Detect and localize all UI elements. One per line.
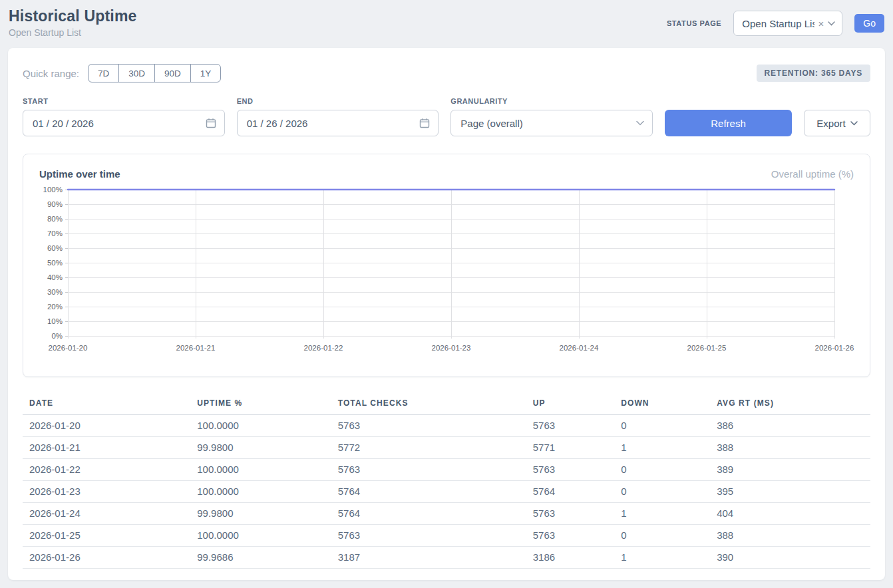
table-cell: 0 xyxy=(614,481,710,503)
export-button[interactable]: Export xyxy=(804,110,870,136)
end-label: END xyxy=(237,97,439,105)
chart-legend: Overall uptime (%) xyxy=(771,168,854,180)
retention-badge: RETENTION: 365 DAYS xyxy=(757,65,870,82)
status-page-label: STATUS PAGE xyxy=(667,19,721,27)
column-header: AVG RT (MS) xyxy=(710,393,870,415)
chart-title: Uptime over time xyxy=(39,168,120,180)
granularity-field: GRANULARITY Page (overall) xyxy=(450,97,653,136)
go-button[interactable]: Go xyxy=(854,14,884,33)
quick-range-30d[interactable]: 30D xyxy=(118,64,155,82)
table-cell: 5763 xyxy=(526,459,614,481)
table-cell: 1 xyxy=(614,437,710,459)
table-cell: 5763 xyxy=(331,525,526,547)
table-cell: 389 xyxy=(710,459,870,481)
uptime-table: DATEUPTIME %TOTAL CHECKSUPDOWNAVG RT (MS… xyxy=(23,393,870,569)
granularity-selected-value: Page (overall) xyxy=(460,118,522,129)
table-cell: 2026-01-26 xyxy=(23,547,190,569)
table-cell: 386 xyxy=(710,415,870,437)
svg-text:2026-01-24: 2026-01-24 xyxy=(560,344,599,352)
status-page-select[interactable]: Open Startup List × xyxy=(733,11,842,36)
svg-text:2026-01-21: 2026-01-21 xyxy=(176,344,216,352)
column-header: DATE xyxy=(23,393,190,415)
filters-row: START 01 / 20 / 2026 END 01 / 26 / 2026 … xyxy=(23,97,870,136)
start-date-input[interactable]: 01 / 20 / 2026 xyxy=(23,110,225,136)
title-block: Historical Uptime Open Startup List xyxy=(9,7,137,38)
svg-text:2026-01-26: 2026-01-26 xyxy=(815,344,854,352)
table-cell: 5763 xyxy=(526,415,614,437)
chart-header: Uptime over time Overall uptime (%) xyxy=(39,168,854,180)
table-cell: 5764 xyxy=(331,481,526,503)
quick-range-group: 7D30D90D1Y xyxy=(88,64,221,82)
table-row: 2026-01-2199.9800577257711388 xyxy=(23,437,870,459)
svg-text:2026-01-20: 2026-01-20 xyxy=(49,344,88,352)
column-header: DOWN xyxy=(614,393,710,415)
table-cell: 5763 xyxy=(526,525,614,547)
table-row: 2026-01-22100.0000576357630389 xyxy=(23,459,870,481)
main-panel: Quick range: 7D30D90D1Y RETENTION: 365 D… xyxy=(8,48,885,580)
table-row: 2026-01-23100.0000576457640395 xyxy=(23,481,870,503)
table-cell: 5771 xyxy=(526,437,614,459)
table-cell: 2026-01-23 xyxy=(23,481,190,503)
table-cell: 1 xyxy=(614,503,710,525)
svg-text:50%: 50% xyxy=(47,259,63,267)
refresh-button[interactable]: Refresh xyxy=(665,110,792,136)
table-cell: 1 xyxy=(614,547,710,569)
svg-text:60%: 60% xyxy=(47,244,63,252)
column-header: UP xyxy=(526,393,614,415)
column-header: TOTAL CHECKS xyxy=(331,393,526,415)
table-cell: 2026-01-25 xyxy=(23,525,190,547)
quick-range-row: Quick range: 7D30D90D1Y RETENTION: 365 D… xyxy=(23,64,870,82)
table-cell: 100.0000 xyxy=(190,415,331,437)
start-label: START xyxy=(23,97,225,105)
table-cell: 2026-01-24 xyxy=(23,503,190,525)
clear-selection-icon[interactable]: × xyxy=(818,19,824,29)
table-cell: 0 xyxy=(614,459,710,481)
chevron-down-icon xyxy=(850,121,858,126)
page-title: Historical Uptime xyxy=(9,7,137,25)
table-cell: 3186 xyxy=(526,547,614,569)
svg-text:20%: 20% xyxy=(47,303,63,311)
quick-range-90d[interactable]: 90D xyxy=(154,64,191,82)
end-date-value: 01 / 26 / 2026 xyxy=(247,118,308,129)
granularity-label: GRANULARITY xyxy=(450,97,653,105)
column-header: UPTIME % xyxy=(190,393,331,415)
end-date-field: END 01 / 26 / 2026 xyxy=(237,97,439,136)
granularity-select[interactable]: Page (overall) xyxy=(450,110,653,136)
quick-range-1y[interactable]: 1Y xyxy=(190,64,222,82)
table-row: 2026-01-2699.9686318731861390 xyxy=(23,547,870,569)
table-cell: 5763 xyxy=(331,415,526,437)
svg-text:2026-01-22: 2026-01-22 xyxy=(304,344,343,352)
svg-text:80%: 80% xyxy=(47,215,63,223)
table-cell: 3187 xyxy=(331,547,526,569)
start-date-value: 01 / 20 / 2026 xyxy=(33,118,94,129)
chevron-down-icon xyxy=(828,21,835,26)
table-cell: 100.0000 xyxy=(190,525,331,547)
table-header-row: DATEUPTIME %TOTAL CHECKSUPDOWNAVG RT (MS… xyxy=(23,393,870,415)
calendar-icon[interactable] xyxy=(419,118,430,128)
quick-range-7d[interactable]: 7D xyxy=(88,64,119,82)
start-date-field: START 01 / 20 / 2026 xyxy=(23,97,225,136)
svg-text:30%: 30% xyxy=(47,288,63,296)
table-row: 2026-01-20100.0000576357630386 xyxy=(23,415,870,437)
svg-text:2026-01-23: 2026-01-23 xyxy=(432,344,471,352)
table-cell: 99.9800 xyxy=(190,437,331,459)
uptime-chart: 0%10%20%30%40%50%60%70%80%90%100%2026-01… xyxy=(39,184,856,358)
calendar-icon[interactable] xyxy=(206,118,216,128)
svg-text:100%: 100% xyxy=(43,186,63,194)
table-cell: 5763 xyxy=(331,459,526,481)
table-cell: 100.0000 xyxy=(190,481,331,503)
export-button-label: Export xyxy=(816,118,845,129)
table-cell: 388 xyxy=(710,437,870,459)
table-cell: 0 xyxy=(614,415,710,437)
table-cell: 390 xyxy=(710,547,870,569)
table-cell: 100.0000 xyxy=(190,459,331,481)
table-cell: 2026-01-20 xyxy=(23,415,190,437)
chevron-down-icon xyxy=(636,120,644,126)
table-cell: 2026-01-21 xyxy=(23,437,190,459)
table-cell: 388 xyxy=(710,525,870,547)
page-subtitle: Open Startup List xyxy=(9,27,137,38)
table-cell: 99.9800 xyxy=(190,503,331,525)
end-date-input[interactable]: 01 / 26 / 2026 xyxy=(237,110,439,136)
uptime-chart-card: Uptime over time Overall uptime (%) 0%10… xyxy=(23,154,870,377)
table-header: DATEUPTIME %TOTAL CHECKSUPDOWNAVG RT (MS… xyxy=(23,393,870,415)
